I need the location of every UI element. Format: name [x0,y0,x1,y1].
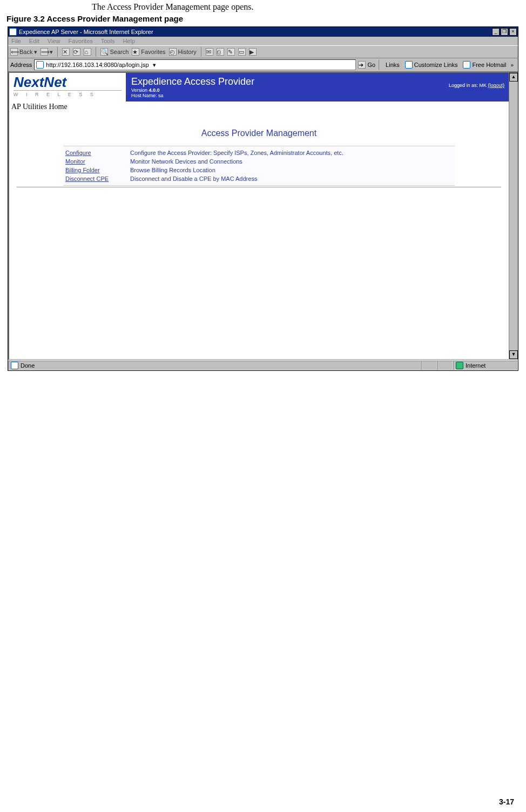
link-icon [405,61,413,69]
page-number: 3-17 [5,797,514,806]
forward-icon: ⟹ [41,48,48,56]
host-label: Host Name: sa [131,93,503,98]
go-button[interactable]: ➔Go [358,61,375,69]
logo-text: NextNet [14,75,122,89]
menu-edit[interactable]: Edit [29,38,39,44]
window-title: Expedience AP Server - Microsoft Interne… [19,29,153,35]
figure-caption-text: The Access Provider Management page open… [92,2,521,12]
management-links-table: Configure Configure the Access Provider:… [63,146,455,186]
logo-block: NextNet W I R E L E S S [9,73,126,102]
ie-logo-icon [9,28,17,36]
viewport: NextNet W I R E L E S S Expedience Acces… [8,72,518,360]
status-cell [437,361,453,370]
close-button[interactable]: × [509,28,517,36]
refresh-icon[interactable]: ⟳ [73,48,80,56]
link-configure[interactable]: Configure [65,150,130,156]
logged-in-label: Logged in as: [449,83,478,88]
desc-monitor: Monitor Network Devices and Connections [130,158,453,165]
maximize-button[interactable]: ❐ [501,28,508,36]
back-button[interactable]: ⟸Back▾ [10,48,37,56]
favorites-icon: ★ [132,48,139,56]
menu-file[interactable]: File [11,38,21,44]
history-button[interactable]: ◴History [169,48,197,56]
divider [17,187,501,187]
version-label: Version [131,87,149,93]
version-value: 4.0.0 [149,87,160,93]
toolbar: ⟸Back▾ ⟹▾ ✕ ⟳ ⌂ 🔍Search ★Favorites ◴Hist… [8,45,518,58]
status-text: Done [21,362,35,369]
header-banner: Expedience Access Provider Version 4.0.0… [126,73,509,102]
toolbar-separator [201,47,201,57]
address-url: http://192.168.103.14:8080/ap/login.jsp [46,62,149,68]
toolbar-separator [57,47,58,57]
logout-link[interactable]: (logout) [488,83,504,88]
address-bar: Address http://192.168.103.14:8080/ap/lo… [8,58,518,72]
app-title: Expedience Access Provider [131,76,503,87]
back-icon: ⟸ [10,48,18,56]
link-billing[interactable]: Billing Folder [65,167,130,173]
scroll-down-button[interactable]: ▼ [509,350,518,359]
history-icon: ◴ [169,48,177,56]
address-input[interactable]: http://192.168.103.14:8080/ap/login.jsp … [34,59,356,70]
realplayer-icon[interactable]: ▶ [249,48,257,56]
links-label: Links [386,62,400,68]
toolbar-separator [379,60,379,70]
menu-help[interactable]: Help [123,38,135,44]
zone-label: Internet [466,362,485,369]
link-hotmail[interactable]: Free Hotmail [463,61,506,69]
toolbar-separator [96,47,96,57]
page-icon [36,61,44,69]
status-cell [421,361,437,370]
home-icon[interactable]: ⌂ [84,48,91,56]
menu-favorites[interactable]: Favorites [69,38,93,44]
go-icon: ➔ [358,61,366,69]
vertical-scrollbar[interactable]: ▲ ▼ [509,73,518,359]
menu-bar: File Edit View Favorites Tools Help [8,37,518,45]
figure-label: Figure 3.2 Access Provider Management pa… [6,14,521,23]
print-icon[interactable]: ⎙ [217,48,224,56]
links-overflow[interactable]: » [508,62,516,68]
menu-tools[interactable]: Tools [101,38,115,44]
link-icon [463,61,470,69]
edit-icon[interactable]: ✎ [227,48,235,56]
search-button[interactable]: 🔍Search [100,48,129,56]
address-dropdown-icon[interactable]: ▾ [151,62,158,69]
link-disconnect[interactable]: Disconnect CPE [65,175,130,182]
link-monitor[interactable]: Monitor [65,158,130,165]
section-title: Access Provider Management [9,128,509,138]
minimize-button[interactable]: _ [492,28,500,36]
screenshot-frame: Expedience AP Server - Microsoft Interne… [8,26,518,371]
breadcrumb-home[interactable]: AP Utilities Home [9,102,509,112]
web-page: NextNet W I R E L E S S Expedience Acces… [9,73,509,359]
link-customize[interactable]: Customize Links [405,61,458,69]
window-titlebar: Expedience AP Server - Microsoft Interne… [8,27,518,37]
menu-view[interactable]: View [48,38,60,44]
discuss-icon[interactable]: ▭ [238,48,246,56]
desc-configure: Configure the Access Provider: Specify I… [130,150,453,156]
logo-subtext: W I R E L E S S [14,90,122,97]
page-header: NextNet W I R E L E S S Expedience Acces… [9,73,509,102]
desc-billing: Browse Billing Records Location [130,167,453,173]
forward-button[interactable]: ⟹▾ [41,48,53,56]
status-bar: Done Internet [8,360,518,370]
stop-icon[interactable]: ✕ [62,48,70,56]
zone-icon [456,362,463,369]
address-label: Address [10,62,32,68]
scroll-up-button[interactable]: ▲ [509,73,518,82]
logged-in-user: MK [479,83,487,88]
desc-disconnect: Disconnect and Disable a CPE by MAC Addr… [130,175,453,182]
mail-icon[interactable]: ✉ [206,48,213,56]
favorites-button[interactable]: ★Favorites [132,48,165,56]
page-status-icon [11,362,18,369]
search-icon: 🔍 [100,48,108,56]
ie-window: Expedience AP Server - Microsoft Interne… [8,27,518,370]
